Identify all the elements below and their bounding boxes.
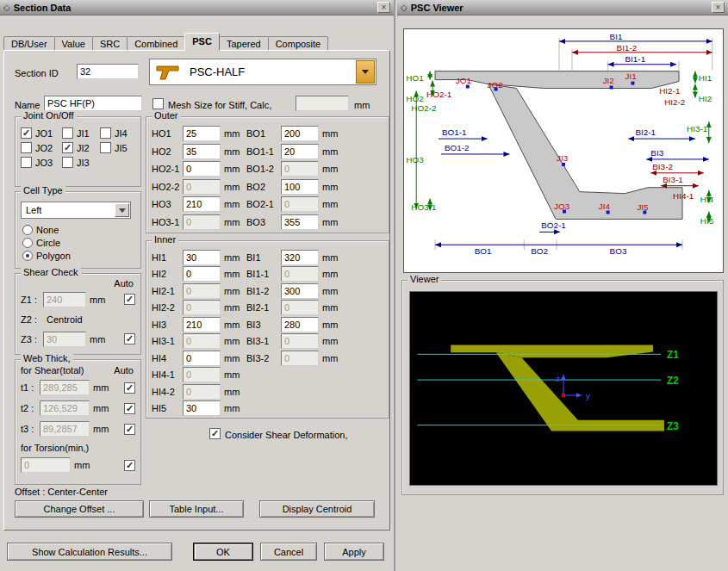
tab-db-user[interactable]: DB/User [3,36,55,51]
joint-item-ji2[interactable]: ✓JI2 [62,142,100,153]
tab-combined[interactable]: Combined [127,36,185,51]
radio-none[interactable] [22,225,33,235]
input-hi3-1[interactable] [183,333,221,349]
input-hi2-1[interactable] [183,283,221,299]
psc-viewer-titlebar[interactable]: ◇ PSC Viewer × [397,0,728,16]
joint-item-ji3[interactable]: JI3 [62,157,100,168]
checkbox-jo1[interactable]: ✓ [21,127,32,139]
section-data-titlebar[interactable]: ◇ Section Data × [0,0,394,16]
section-type-combo[interactable]: PSC-HALF [149,59,376,85]
input-bi1-2[interactable] [281,283,319,299]
radio-polygon[interactable] [22,251,33,261]
input-bi1-1[interactable] [281,266,319,282]
shear-auto-checkbox-z3[interactable]: ✓ [124,333,135,344]
input-ho3[interactable] [183,196,221,212]
input-bi3[interactable] [281,317,319,332]
web-auto-checkbox-t2[interactable]: ✓ [124,403,135,414]
tab-src[interactable]: SRC [92,36,128,51]
checkbox-ji3[interactable] [62,157,73,168]
input-ho2-1[interactable] [183,161,221,177]
input-hi5[interactable] [183,400,221,416]
input-ho3-1[interactable] [183,214,221,230]
change-offset-button[interactable]: Change Offset ... [15,500,144,518]
input-hi2[interactable] [183,266,221,282]
cell-type-dropdown[interactable]: Left [21,202,131,219]
name-input[interactable] [44,96,142,111]
checkbox-ji4[interactable] [100,127,111,139]
checkbox-ji5[interactable] [100,142,111,153]
joint-label-ji5: JI5 [115,143,128,153]
joint-item-ji1[interactable]: JI1 [62,127,100,139]
mesh-size-checkbox[interactable] [152,98,164,109]
checkbox-ji2[interactable]: ✓ [62,142,73,153]
input-hi2-2[interactable] [183,300,221,315]
radio-circle[interactable] [22,238,33,248]
shear-input-z3[interactable] [43,332,86,347]
input-hi4-2[interactable] [183,384,221,400]
tab-composite[interactable]: Composite [268,36,329,51]
chevron-down-icon[interactable] [115,203,129,217]
input-ho2-2[interactable] [183,179,221,195]
show-calculation-results-button[interactable]: Show Calculation Results... [7,543,172,561]
tab-tapered[interactable]: Tapered [219,36,269,51]
web-input-t2[interactable] [40,400,90,416]
mesh-size-input[interactable] [296,96,349,111]
cancel-button[interactable]: Cancel [260,543,317,561]
joint-item-jo2[interactable]: JO2 [21,142,62,153]
apply-button[interactable]: Apply [324,543,384,561]
shear-auto-checkbox-z1[interactable]: ✓ [124,294,135,305]
chevron-down-icon[interactable] [356,60,375,84]
web-auto-checkbox-t1[interactable]: ✓ [124,382,135,394]
cell-option-polygon[interactable]: Polygon [22,251,71,261]
cell-option-none[interactable]: None [22,225,71,235]
web-auto-checkbox-t3[interactable]: ✓ [124,424,135,435]
input-ho2[interactable] [183,144,221,159]
joint-item-ji5[interactable]: JI5 [100,142,138,153]
input-bi3-1[interactable] [281,333,319,349]
unit-label: mm [221,252,240,263]
unit-label: mm [319,286,338,296]
viewer-canvas[interactable]: Z1Z2Z3zy [409,291,718,486]
web-thick-title: Web Thick, [21,353,73,363]
display-centroid-button[interactable]: Display Centroid [259,500,375,518]
input-bo1-1[interactable] [281,144,319,159]
table-input-button[interactable]: Table Input... [149,500,244,518]
cell-option-circle[interactable]: Circle [22,238,71,248]
checkbox-jo2[interactable] [21,142,32,153]
tab-value[interactable]: Value [54,36,93,51]
joint-item-jo1[interactable]: ✓JO1 [21,127,62,139]
close-icon[interactable]: × [712,2,725,13]
checkbox-jo3[interactable] [21,157,32,168]
consider-shear-checkbox[interactable]: ✓ [209,428,221,439]
input-bi2-1[interactable] [281,300,319,315]
ok-button[interactable]: OK [193,543,253,561]
input-bo3[interactable] [281,214,319,230]
input-hi4[interactable] [183,351,221,366]
joint-item-jo3[interactable]: JO3 [21,157,62,168]
web-input-t1[interactable] [40,380,90,395]
shear-row-z3: Z3 :mm✓ [16,329,140,349]
input-hi3[interactable] [183,317,221,332]
input-hi4-1[interactable] [183,367,221,382]
mesh-unit-label: mm [354,100,370,110]
input-ho1[interactable] [183,126,221,141]
input-bo2[interactable] [281,179,319,195]
web-auto-label: Auto [114,365,134,375]
axis-origin-dot [562,394,565,397]
section-id-input[interactable] [77,64,139,79]
close-icon[interactable]: × [377,2,390,13]
input-bi1[interactable] [281,250,319,265]
checkbox-ji1[interactable] [62,127,73,139]
input-bi3-2[interactable] [281,351,319,366]
input-bo1-2[interactable] [281,161,319,177]
input-bo1[interactable] [281,126,319,141]
shear-input-z1[interactable] [43,292,86,307]
torsion-checkbox[interactable]: ✓ [124,460,135,471]
tab-psc[interactable]: PSC [184,33,220,51]
input-hi1[interactable] [183,250,221,265]
torsion-input[interactable] [21,457,71,473]
web-input-t3[interactable] [40,421,90,437]
dim-label-hi5: HI5 [152,403,183,413]
input-bo2-1[interactable] [281,196,319,212]
joint-item-ji4[interactable]: JI4 [100,127,138,139]
